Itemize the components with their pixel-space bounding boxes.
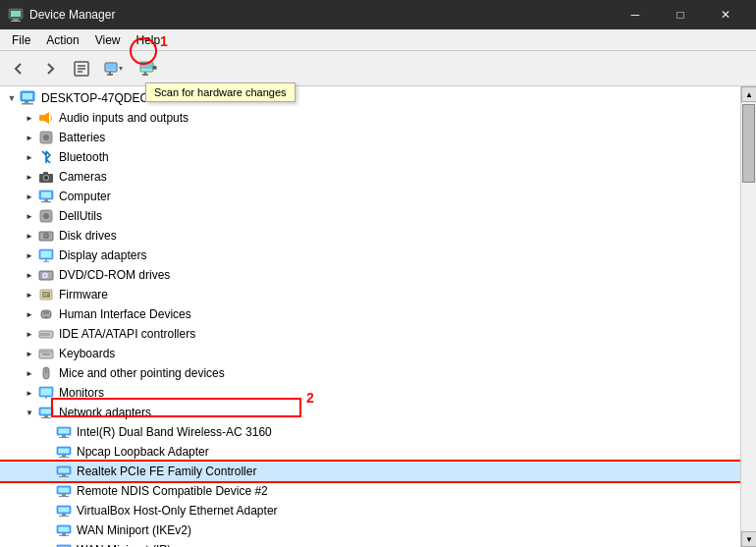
tree-root[interactable]: ▼ DESKTOP-47QDEC1	[0, 88, 740, 108]
device-label: Bluetooth	[59, 150, 109, 164]
tree-item[interactable]: ►DellUtils	[0, 206, 740, 226]
svg-rect-18	[23, 93, 32, 99]
tree-item[interactable]: ►Computer	[0, 187, 740, 206]
scroll-thumb-area	[741, 102, 756, 531]
properties-button[interactable]	[67, 55, 96, 82]
close-button[interactable]: ✕	[703, 0, 748, 29]
svg-point-43	[44, 275, 46, 277]
expand-icon[interactable]: ►	[22, 228, 37, 244]
window-title: Device Manager	[29, 8, 115, 22]
tree-item[interactable]: Realtek PCIe FE Family Controller	[0, 462, 740, 481]
tree-item[interactable]: WAN Miniport (IKEv2)	[0, 520, 740, 540]
tree-item[interactable]: ►Human Interface Devices	[0, 304, 740, 324]
root-expand-icon[interactable]: ▼	[4, 90, 20, 106]
menu-bar: File Action View Help	[0, 29, 756, 51]
scroll-thumb[interactable]	[742, 104, 755, 183]
svg-rect-19	[25, 101, 28, 103]
svg-point-26	[44, 176, 48, 180]
menu-action[interactable]: Action	[38, 31, 86, 49]
tree-item[interactable]: ►Batteries	[0, 128, 740, 147]
update-driver-icon	[103, 59, 123, 79]
back-button[interactable]	[4, 55, 33, 82]
tree-item[interactable]: ►Audio inputs and outputs	[0, 108, 740, 128]
device-tree[interactable]: ▼ DESKTOP-47QDEC1 ►Audio inputs and outp…	[0, 86, 740, 547]
svg-rect-91	[62, 514, 66, 516]
expand-icon[interactable]: ►	[22, 208, 37, 224]
svg-rect-29	[41, 192, 51, 198]
svg-rect-9	[105, 63, 117, 70]
expand-icon[interactable]: ►	[22, 306, 37, 322]
update-driver-button[interactable]	[98, 55, 128, 82]
device-icon	[37, 168, 55, 186]
tree-item[interactable]: Intel(R) Dual Band Wireless-AC 3160	[0, 422, 740, 442]
expand-icon[interactable]: ►	[22, 247, 37, 263]
menu-view[interactable]: View	[87, 31, 129, 49]
scroll-down-arrow[interactable]: ▼	[741, 531, 756, 547]
tree-item[interactable]: Remote NDIS Compatible Device #2	[0, 481, 740, 501]
tree-item[interactable]: ►Cameras	[0, 167, 740, 187]
tree-item[interactable]: ►DVD/CD-ROM drives	[0, 265, 740, 285]
device-label: Network adapters	[59, 406, 151, 419]
expand-icon[interactable]: ►	[22, 130, 37, 145]
expand-icon[interactable]: ►	[22, 189, 37, 204]
expand-icon	[39, 483, 55, 499]
scroll-up-arrow[interactable]: ▲	[741, 86, 756, 102]
device-icon	[37, 404, 55, 421]
device-label: Firmware	[59, 288, 108, 301]
svg-rect-74	[59, 429, 70, 434]
scan-hardware-button[interactable]	[134, 55, 163, 82]
menu-help[interactable]: Help	[129, 31, 169, 49]
device-icon	[37, 188, 55, 205]
tree-item[interactable]: ►Disk drives	[0, 226, 740, 246]
svg-point-36	[45, 235, 47, 237]
device-icon	[37, 148, 55, 166]
device-label: Human Interface Devices	[59, 307, 191, 321]
expand-icon	[39, 464, 55, 479]
svg-rect-49	[43, 310, 49, 314]
svg-rect-94	[59, 527, 70, 532]
device-icon	[55, 541, 73, 547]
tree-item[interactable]: Npcap Loopback Adapter	[0, 442, 740, 462]
device-label: Npcap Loopback Adapter	[77, 445, 209, 459]
expand-icon[interactable]: ►	[22, 267, 37, 283]
tree-item[interactable]: VirtualBox Host-Only Ethernet Adapter	[0, 501, 740, 520]
tree-item[interactable]: ►Firmware	[0, 285, 740, 304]
device-icon	[37, 227, 55, 245]
svg-rect-20	[22, 103, 33, 105]
tree-item[interactable]: ▼Network adapters	[0, 403, 740, 422]
expand-icon[interactable]: ►	[22, 149, 37, 165]
expand-icon[interactable]: ▼	[22, 405, 37, 420]
svg-marker-68	[45, 397, 47, 399]
expand-icon[interactable]: ►	[22, 365, 37, 381]
expand-icon[interactable]: ►	[22, 169, 37, 185]
expand-icon[interactable]: ►	[22, 385, 37, 401]
device-icon	[55, 443, 73, 461]
tree-item[interactable]: ►IDE ATA/ATAPI controllers	[0, 324, 740, 344]
device-label: IDE ATA/ATAPI controllers	[59, 327, 195, 341]
tree-item[interactable]: WAN Miniport (IP)	[0, 540, 740, 547]
vertical-scrollbar[interactable]: ▲ ▼	[740, 86, 756, 547]
tree-item[interactable]: ►Monitors	[0, 383, 740, 403]
title-bar: Device Manager ─ □ ✕	[0, 0, 756, 29]
tree-item[interactable]: ►Keyboards	[0, 344, 740, 363]
device-label: Monitors	[59, 386, 104, 400]
svg-rect-62	[42, 354, 50, 356]
svg-rect-38	[41, 251, 52, 258]
device-label: VirtualBox Host-Only Ethernet Adapter	[77, 504, 278, 518]
maximize-button[interactable]: □	[658, 0, 703, 29]
tree-item[interactable]: ►Display adapters	[0, 246, 740, 265]
svg-point-33	[43, 213, 49, 219]
tree-item[interactable]: ►Bluetooth	[0, 147, 740, 167]
scan-hardware-icon	[138, 59, 158, 79]
expand-icon[interactable]: ►	[22, 346, 37, 361]
device-label: Disk drives	[59, 229, 117, 243]
expand-icon[interactable]: ►	[22, 287, 37, 302]
expand-icon[interactable]: ►	[22, 326, 37, 342]
svg-rect-84	[59, 476, 69, 477]
forward-button[interactable]	[35, 55, 65, 82]
main-area: ▼ DESKTOP-47QDEC1 ►Audio inputs and outp…	[0, 86, 756, 547]
tree-item[interactable]: ►Mice and other pointing devices	[0, 363, 740, 383]
expand-icon[interactable]: ►	[22, 110, 37, 126]
menu-file[interactable]: File	[4, 31, 38, 49]
minimize-button[interactable]: ─	[613, 0, 658, 29]
